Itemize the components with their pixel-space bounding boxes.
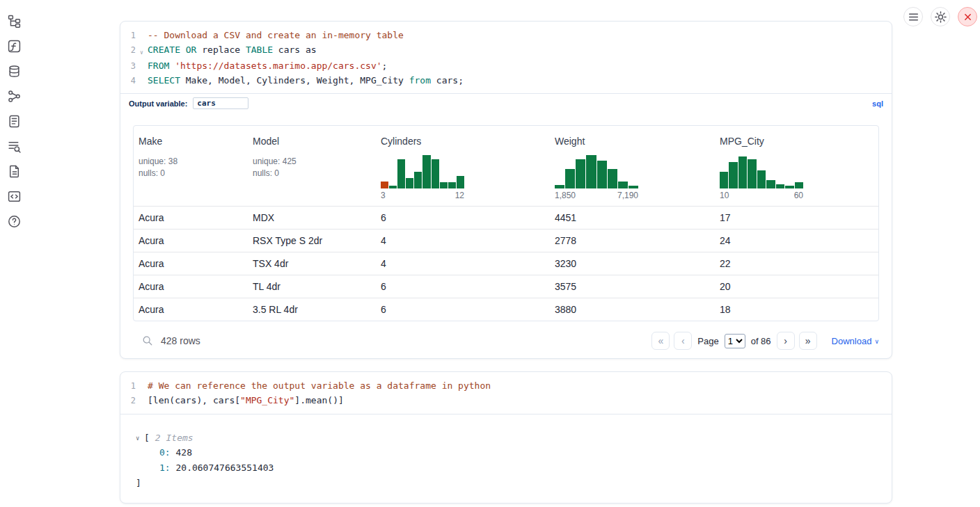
download-label: Download [832, 336, 872, 346]
help-icon[interactable] [6, 214, 23, 229]
column-header[interactable]: MPG_City1060 [715, 126, 878, 206]
tree-toggle[interactable]: ∨ [ 2 Items [136, 431, 892, 445]
python-code-editor[interactable]: 1# We can reference the output variable … [120, 372, 892, 413]
column-label: Model [253, 136, 372, 147]
table-cell: Acura [134, 235, 248, 246]
total-pages-label: of 86 [751, 336, 771, 346]
fold-gutter [136, 59, 148, 74]
table-footer: 428 rows « ‹ Page 1 of 86 › » Download ∨ [133, 321, 879, 358]
code-text: [len(cars), cars["MPG_City"].mean()] [148, 394, 344, 408]
column-label: MPG_City [720, 136, 874, 147]
snippets-icon[interactable] [6, 189, 23, 204]
functions-icon[interactable] [6, 39, 23, 54]
code-line[interactable]: 3FROM 'https://datasets.marimo.app/cars.… [120, 59, 892, 74]
code-text: SELECT Make, Model, Cylinders, Weight, M… [148, 74, 464, 88]
python-cell: 1# We can reference the output variable … [120, 371, 892, 503]
table-header: Makeunique: 38nulls: 0Modelunique: 425nu… [134, 126, 878, 206]
column-stats: unique: 425nulls: 0 [253, 156, 372, 179]
output-variable-row: Output variable: sql [120, 93, 892, 113]
language-badge: sql [872, 99, 883, 108]
shutdown-button[interactable] [958, 7, 977, 26]
histogram-axis: 1060 [720, 191, 803, 200]
table-cell: 3880 [550, 304, 715, 315]
page-label: Page [697, 336, 718, 346]
chevron-down-icon: ∨ [136, 431, 144, 445]
column-label: Weight [555, 136, 711, 147]
table-cell: 4 [376, 235, 550, 246]
table-cell: Acura [134, 258, 248, 269]
table-row[interactable]: AcuraTL 4dr6357520 [134, 275, 878, 298]
column-histogram[interactable]: 312 [381, 154, 464, 200]
table-cell: 6 [376, 304, 550, 315]
datasources-icon[interactable] [6, 64, 23, 79]
output-variable-input[interactable] [193, 97, 248, 109]
table-cell: 20 [715, 281, 878, 292]
column-label: Cylinders [381, 136, 546, 147]
logs-icon[interactable] [6, 139, 23, 154]
page-select[interactable]: 1 [725, 334, 745, 348]
sql-code-editor[interactable]: 1-- Download a CSV and create an in-memo… [120, 22, 892, 93]
table-row[interactable]: AcuraMDX6445117 [134, 206, 878, 229]
table-body: AcuraMDX6445117AcuraRSX Type S 2dr427782… [134, 206, 878, 321]
documentation-icon[interactable] [6, 164, 23, 179]
row-count: 428 rows [161, 335, 200, 346]
fold-gutter [136, 29, 148, 43]
table-cell: 17 [715, 212, 878, 223]
sql-cell: 1-- Download a CSV and create an in-memo… [120, 21, 892, 359]
tree-entry: 0: 428 [136, 445, 892, 461]
table-cell: 18 [715, 304, 878, 315]
python-output: ∨ [ 2 Items 0: 4281: 20.060747663551403 … [120, 414, 892, 503]
fold-chevron-icon[interactable]: ∨ [136, 43, 148, 60]
column-histogram[interactable]: 1,8507,190 [555, 154, 638, 200]
table-output: Makeunique: 38nulls: 0Modelunique: 425nu… [133, 125, 879, 358]
table-cell: Acura [134, 304, 248, 315]
data-table: Makeunique: 38nulls: 0Modelunique: 425nu… [133, 125, 879, 321]
code-text: # We can reference the output variable a… [148, 379, 491, 394]
table-cell: 2778 [550, 235, 715, 246]
table-cell: 3230 [550, 258, 715, 269]
items-count-label: 2 Items [155, 431, 193, 445]
output-variable-label: Output variable: [129, 99, 187, 108]
histogram-axis: 312 [381, 191, 464, 200]
table-cell: Acura [134, 212, 248, 223]
table-cell: MDX [248, 212, 376, 223]
table-cell: 6 [376, 281, 550, 292]
column-header[interactable]: Weight1,8507,190 [550, 126, 715, 206]
outline-icon[interactable] [6, 114, 23, 129]
first-page-button[interactable]: « [651, 332, 670, 350]
hamburger-icon [907, 10, 920, 24]
table-row[interactable]: Acura3.5 RL 4dr6388018 [134, 298, 878, 321]
fold-gutter [136, 379, 148, 394]
search-icon[interactable] [142, 335, 153, 346]
download-button[interactable]: Download ∨ [832, 336, 879, 346]
column-header[interactable]: Makeunique: 38nulls: 0 [134, 126, 248, 206]
table-cell: 3.5 RL 4dr [248, 304, 376, 315]
histogram-axis: 1,8507,190 [555, 191, 638, 200]
prev-page-button[interactable]: ‹ [674, 332, 692, 350]
code-text: CREATE OR replace TABLE cars as [148, 43, 317, 60]
table-row[interactable]: AcuraRSX Type S 2dr4277824 [134, 229, 878, 252]
code-line[interactable]: 4SELECT Make, Model, Cylinders, Weight, … [120, 74, 892, 88]
code-line[interactable]: 1# We can reference the output variable … [120, 379, 892, 394]
dependency-graph-icon[interactable] [6, 89, 23, 104]
column-histogram[interactable]: 1060 [720, 154, 803, 200]
last-page-button[interactable]: » [799, 332, 817, 350]
next-page-button[interactable]: › [777, 332, 795, 350]
line-number: 1 [120, 379, 136, 394]
code-line[interactable]: 2∨CREATE OR replace TABLE cars as [120, 43, 892, 60]
table-cell: 4451 [550, 212, 715, 223]
settings-button[interactable] [931, 7, 950, 26]
table-cell: 4 [376, 258, 550, 269]
file-explorer-icon[interactable] [6, 14, 23, 29]
line-number: 4 [120, 74, 136, 88]
column-header[interactable]: Cylinders312 [376, 126, 550, 206]
table-row[interactable]: AcuraTSX 4dr4323022 [134, 252, 878, 275]
close-icon [961, 10, 974, 24]
code-line[interactable]: 1-- Download a CSV and create an in-memo… [120, 29, 892, 43]
column-stats: unique: 38nulls: 0 [139, 156, 244, 179]
column-header[interactable]: Modelunique: 425nulls: 0 [248, 126, 376, 206]
menu-button[interactable] [903, 7, 923, 26]
code-line[interactable]: 2[len(cars), cars["MPG_City"].mean()] [120, 394, 892, 408]
line-number: 2 [120, 43, 136, 60]
table-cell: 24 [715, 235, 878, 246]
